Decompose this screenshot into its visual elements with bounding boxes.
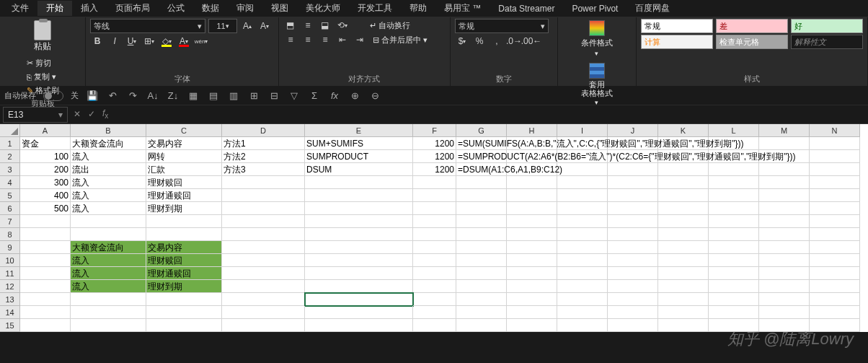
menu-item-10[interactable]: 帮助 [401,1,435,16]
fx-icon[interactable]: fx [102,108,108,120]
menu-item-11[interactable]: 易用宝 ™ [435,1,490,16]
cell-B6[interactable]: 流入 [71,202,146,215]
cell-M3[interactable] [759,163,810,176]
cell-I9[interactable] [557,241,608,254]
cell-G14[interactable] [456,306,507,319]
sum-icon[interactable]: Σ [308,89,321,102]
decrease-decimal-button[interactable]: .00← [524,35,539,48]
cell-K12[interactable] [658,280,709,293]
cell-D11[interactable] [222,267,305,280]
cell-K6[interactable] [658,202,709,215]
cell-L9[interactable] [709,241,759,254]
menu-item-1[interactable]: 开始 [37,1,72,16]
ungroup-icon[interactable]: ⊟ [267,89,280,102]
row-header-11[interactable]: 11 [0,267,20,280]
cell-C6[interactable]: 理财到期 [146,202,222,215]
col-header-F[interactable]: F [413,124,456,137]
cell-H14[interactable] [507,306,557,319]
copy-button[interactable]: ⎘复制▾ [24,71,62,83]
cell-K5[interactable] [658,189,709,202]
cell-G12[interactable] [456,280,507,293]
cell-D12[interactable] [222,280,305,293]
freeze-icon[interactable]: ▥ [227,89,240,102]
cell-K14[interactable] [658,306,709,319]
cell-H9[interactable] [507,241,557,254]
cell-I8[interactable] [557,228,608,241]
cell-F10[interactable] [413,254,456,267]
cell-E5[interactable] [305,189,413,202]
cell-M9[interactable] [759,241,810,254]
border-button[interactable]: ⊞▾ [142,35,156,48]
enter-icon[interactable]: ✓ [88,109,95,119]
cell-F15[interactable] [413,319,456,332]
cell-I7[interactable] [557,215,608,228]
row-header-15[interactable]: 15 [0,319,20,332]
cell-B12[interactable]: 流入 [71,280,146,293]
number-format-select[interactable]: 常规▾ [455,19,549,33]
cell-A12[interactable] [20,280,71,293]
cell-I4[interactable] [557,176,608,189]
cell-E6[interactable] [305,202,413,215]
col-header-E[interactable]: E [305,124,413,137]
cell-F12[interactable] [413,280,456,293]
col-header-C[interactable]: C [146,124,222,137]
menu-item-12[interactable]: Data Streamer [490,2,563,15]
cell-K15[interactable] [658,319,709,332]
bold-button[interactable]: B [90,35,105,48]
cell-N11[interactable] [810,267,860,280]
comma-button[interactable]: , [490,35,504,48]
cell-L3[interactable] [709,163,759,176]
cell-C1[interactable]: 交易内容 [146,137,222,150]
cell-D7[interactable] [222,215,305,228]
cell-L6[interactable] [709,202,759,215]
cell-F2[interactable]: 1200 [413,150,456,163]
menu-item-2[interactable]: 插入 [72,1,107,16]
col-header-M[interactable]: M [759,124,810,137]
menu-item-14[interactable]: 百度网盘 [626,1,678,16]
wrap-text-button[interactable]: ↵自动换行 [367,19,413,32]
cell-G2[interactable]: =SUMPRODUCT(A2:A6*(B2:B6="流入")*(C2:C6={"… [456,150,507,163]
cell-I5[interactable] [557,189,608,202]
cell-D1[interactable]: 方法1 [222,137,305,150]
save-icon[interactable]: 💾 [86,89,99,102]
cell-I3[interactable] [557,163,608,176]
row-header-13[interactable]: 13 [0,293,20,306]
cell-H8[interactable] [507,228,557,241]
cell-F1[interactable]: 1200 [413,137,456,150]
cell-B9[interactable]: 大额资金流向 [71,241,146,254]
redo-icon[interactable]: ↷ [126,89,139,102]
cell-H7[interactable] [507,215,557,228]
cell-N12[interactable] [810,280,860,293]
cell-C7[interactable] [146,215,222,228]
name-box[interactable]: E13▾ [3,107,68,123]
cell-J13[interactable] [608,293,658,306]
row-header-3[interactable]: 3 [0,163,20,176]
cell-G7[interactable] [456,215,507,228]
cell-B2[interactable]: 流入 [71,150,146,163]
style-calc[interactable]: 计算 [641,35,713,49]
cell-N6[interactable] [810,202,860,215]
cell-M10[interactable] [759,254,810,267]
col-header-G[interactable]: G [456,124,507,137]
menu-item-3[interactable]: 页面布局 [107,1,159,16]
cell-M6[interactable] [759,202,810,215]
cell-B3[interactable]: 流出 [71,163,146,176]
cell-L8[interactable] [709,228,759,241]
cell-C13[interactable] [146,293,222,306]
cell-N14[interactable] [810,306,860,319]
cell-F13[interactable] [413,293,456,306]
cell-B7[interactable] [71,215,146,228]
cell-L15[interactable] [709,319,759,332]
cell-B1[interactable]: 大额资金流向 [71,137,146,150]
cell-K13[interactable] [658,293,709,306]
cell-F6[interactable] [413,202,456,215]
cell-J8[interactable] [608,228,658,241]
cell-F9[interactable] [413,241,456,254]
cell-H15[interactable] [507,319,557,332]
cell-H6[interactable] [507,202,557,215]
cell-A7[interactable] [20,215,71,228]
col-header-A[interactable]: A [20,124,71,137]
select-all-button[interactable] [0,124,20,137]
row-header-4[interactable]: 4 [0,176,20,189]
cell-E2[interactable]: SUMPRODUCT [305,150,413,163]
